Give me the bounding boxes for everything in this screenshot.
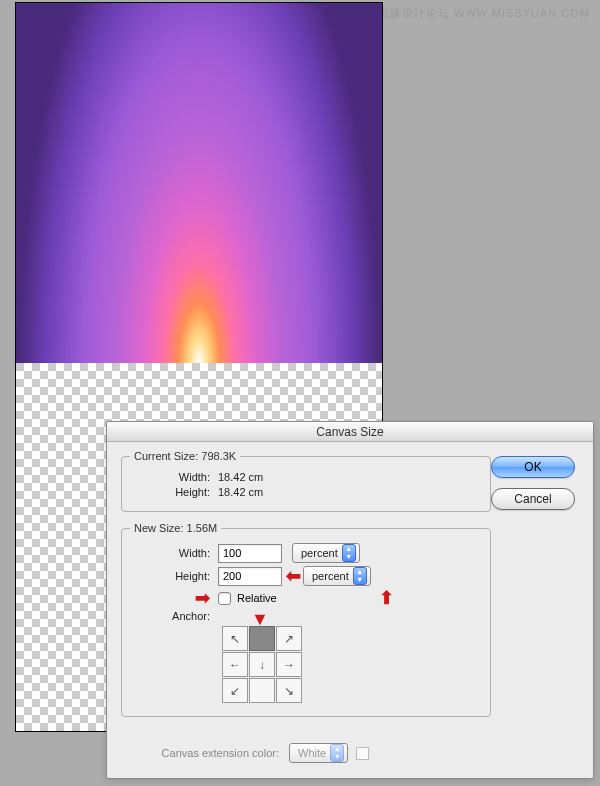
chevron-updown-icon: ▲▼ (353, 567, 367, 585)
current-height-label: Height: (130, 486, 218, 498)
current-width-label: Width: (130, 471, 218, 483)
current-size-legend: Current Size: 798.3K (130, 450, 240, 462)
anchor-label: Anchor: (130, 610, 218, 622)
extension-color-label: Canvas extension color: (121, 747, 289, 759)
new-size-group: New Size: 1.56M Width: percent ▲▼ Height… (121, 522, 491, 717)
extension-color-select[interactable]: White ▲▼ (289, 743, 348, 763)
watermark-text: 思缘设计论坛 WWW.MISSYUAN.COM (378, 6, 590, 21)
ok-button[interactable]: OK (491, 456, 575, 478)
anchor-grid[interactable]: ↖ ↗ ← ↓ → ↙ ↘ (222, 626, 302, 703)
relative-checkbox[interactable] (218, 592, 231, 605)
anchor-cell[interactable]: ↖ (222, 626, 248, 651)
anchor-cell-selected[interactable] (249, 626, 275, 651)
canvas-size-dialog: Canvas Size Current Size: 798.3K Width: … (106, 421, 594, 779)
anchor-cell[interactable] (249, 678, 275, 703)
new-size-legend: New Size: 1.56M (130, 522, 221, 534)
width-unit-select[interactable]: percent ▲▼ (292, 543, 360, 563)
annotation-arrow-icon: ▼ (251, 610, 269, 628)
anchor-cell[interactable]: ↙ (222, 678, 248, 703)
anchor-cell[interactable]: ← (222, 652, 248, 677)
anchor-cell[interactable]: ↘ (276, 678, 302, 703)
anchor-cell[interactable]: ↗ (276, 626, 302, 651)
annotation-arrow-icon (379, 589, 394, 607)
new-width-input[interactable] (218, 544, 282, 563)
artwork-layer (16, 3, 382, 363)
current-size-group: Current Size: 798.3K Width: 18.42 cm Hei… (121, 450, 491, 512)
chevron-updown-icon: ▲▼ (330, 744, 344, 762)
new-width-label: Width: (130, 547, 218, 559)
relative-label: Relative (237, 592, 277, 604)
extension-color-swatch[interactable] (356, 747, 369, 760)
chevron-updown-icon: ▲▼ (342, 544, 356, 562)
cancel-button[interactable]: Cancel (491, 488, 575, 510)
current-width-value: 18.42 cm (218, 471, 263, 483)
dialog-title: Canvas Size (107, 422, 593, 442)
new-height-input[interactable] (218, 567, 282, 586)
current-height-value: 18.42 cm (218, 486, 263, 498)
annotation-arrow-icon (286, 567, 301, 585)
annotation-arrow-icon (195, 588, 210, 608)
anchor-cell[interactable]: ↓ (249, 652, 275, 677)
height-unit-select[interactable]: percent ▲▼ (303, 566, 371, 586)
anchor-cell[interactable]: → (276, 652, 302, 677)
new-height-label: Height: (130, 570, 218, 582)
